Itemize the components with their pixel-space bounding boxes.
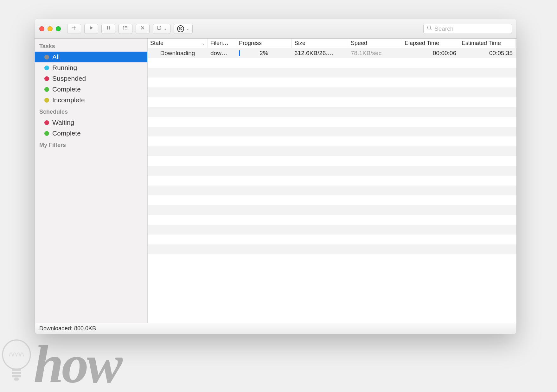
lightbulb-icon xyxy=(0,338,35,386)
plus-icon xyxy=(71,25,77,32)
table-row-empty xyxy=(148,166,516,176)
table-header: State⌄Filen…ProgressSizeSpeedElapsed Tim… xyxy=(148,39,516,48)
sidebar-item-label: Complete xyxy=(52,85,81,93)
speed-badge-icon: 50 xyxy=(177,25,184,32)
column-header[interactable]: Size xyxy=(292,39,348,48)
sort-indicator-icon: ⌄ xyxy=(202,41,205,46)
watermark-text: how xyxy=(34,343,121,386)
svg-rect-0 xyxy=(107,26,108,30)
table-row-empty xyxy=(148,215,516,225)
column-header[interactable]: Filen… xyxy=(208,39,236,48)
sidebar-item-label: All xyxy=(52,53,60,61)
column-header[interactable]: Speed xyxy=(348,39,402,48)
sidebar-item[interactable]: Suspended xyxy=(35,73,147,84)
svg-rect-1 xyxy=(109,26,110,30)
status-bar: Downloaded: 800.0KB xyxy=(35,323,516,334)
power-menu-button[interactable]: ⌄ xyxy=(153,24,170,34)
status-dot-icon xyxy=(44,87,49,92)
svg-rect-6 xyxy=(14,378,19,381)
pause-button[interactable] xyxy=(101,24,115,34)
table-row-empty xyxy=(148,78,516,87)
column-header[interactable]: Progress xyxy=(236,39,292,48)
power-icon xyxy=(156,25,162,32)
status-text: Downloaded: 800.0KB xyxy=(39,325,96,332)
table-row-empty xyxy=(148,107,516,117)
close-window-button[interactable] xyxy=(39,26,44,31)
downloads-table: State⌄Filen…ProgressSizeSpeedElapsed Tim… xyxy=(148,39,516,323)
remove-button[interactable] xyxy=(136,24,150,34)
sidebar-item[interactable]: Incomplete xyxy=(35,95,147,105)
sidebar: TasksAllRunningSuspendedCompleteIncomple… xyxy=(35,39,148,323)
sidebar-item[interactable]: All xyxy=(35,52,147,62)
search-field[interactable] xyxy=(423,24,512,34)
progress-label: 2% xyxy=(259,50,268,57)
sidebar-section-header: My Filters xyxy=(35,139,147,150)
sidebar-item[interactable]: Waiting xyxy=(35,117,147,128)
list-icon xyxy=(123,25,128,32)
chevron-down-icon: ⌄ xyxy=(186,27,189,31)
status-dot-icon xyxy=(44,98,49,103)
table-row-empty xyxy=(148,156,516,166)
start-button[interactable] xyxy=(84,24,98,34)
svg-point-3 xyxy=(124,28,124,28)
table-row-empty xyxy=(148,68,516,78)
cell-size: 612.6KB/26.… xyxy=(292,48,348,58)
queue-button[interactable] xyxy=(118,24,132,34)
sidebar-item-label: Waiting xyxy=(52,119,74,126)
pause-icon xyxy=(106,25,111,32)
column-header[interactable]: Elapsed Time xyxy=(402,39,459,48)
progress-bar xyxy=(239,50,240,56)
svg-point-5 xyxy=(3,340,30,369)
svg-point-2 xyxy=(124,27,124,27)
cell-filename: dow… xyxy=(208,48,236,58)
table-row-empty xyxy=(148,136,516,146)
table-row-empty xyxy=(148,146,516,156)
table-body: Downloadingdow…2%612.6KB/26.…78.1KB/sec0… xyxy=(148,48,516,323)
play-icon xyxy=(88,25,94,32)
table-row-empty xyxy=(148,58,516,68)
cell-progress: 2% xyxy=(236,48,292,58)
window-controls xyxy=(39,26,61,31)
minimize-window-button[interactable] xyxy=(48,26,53,31)
column-header[interactable]: Estimated Time xyxy=(459,39,515,48)
sidebar-item[interactable]: Complete xyxy=(35,128,147,139)
sidebar-item[interactable]: Running xyxy=(35,62,147,73)
column-header[interactable]: State⌄ xyxy=(148,39,208,48)
table-row-empty xyxy=(148,186,516,195)
table-row-empty xyxy=(148,117,516,127)
cell-speed: 78.1KB/sec xyxy=(348,48,402,58)
cell-elapsed: 00:00:06 xyxy=(402,48,459,58)
table-row-empty xyxy=(148,235,516,244)
svg-point-4 xyxy=(124,29,124,29)
status-dot-icon xyxy=(44,66,49,70)
zoom-window-button[interactable] xyxy=(56,26,61,31)
watermark: how xyxy=(0,338,121,386)
sidebar-item-label: Suspended xyxy=(52,75,86,82)
table-row-empty xyxy=(148,97,516,107)
table-row-empty xyxy=(148,195,516,205)
cell-estimated: 00:05:35 xyxy=(459,48,515,58)
table-row-empty xyxy=(148,244,516,254)
table-row-empty xyxy=(148,176,516,186)
table-row-empty xyxy=(148,225,516,235)
sidebar-item-label: Complete xyxy=(52,130,81,137)
sidebar-section-header: Schedules xyxy=(35,105,147,117)
add-button[interactable] xyxy=(67,24,81,34)
sidebar-item-label: Incomplete xyxy=(52,96,85,104)
sidebar-item-label: Running xyxy=(52,64,77,72)
sidebar-item[interactable]: Complete xyxy=(35,84,147,95)
status-dot-icon xyxy=(44,131,49,136)
table-row-empty xyxy=(148,127,516,136)
status-dot-icon xyxy=(44,120,49,125)
search-input[interactable] xyxy=(434,25,509,32)
speed-limit-menu-button[interactable]: 50 ⌄ xyxy=(174,24,193,34)
chevron-down-icon: ⌄ xyxy=(164,27,167,31)
status-dot-icon xyxy=(44,55,49,60)
app-window: ⌄ 50 ⌄ TasksAllRunningSuspendedCompleteI… xyxy=(35,19,516,334)
search-icon xyxy=(427,25,434,32)
status-dot-icon xyxy=(44,76,49,81)
table-row-empty xyxy=(148,87,516,97)
x-icon xyxy=(140,25,145,32)
table-row[interactable]: Downloadingdow…2%612.6KB/26.…78.1KB/sec0… xyxy=(148,48,516,58)
cell-state: Downloading xyxy=(148,48,208,58)
